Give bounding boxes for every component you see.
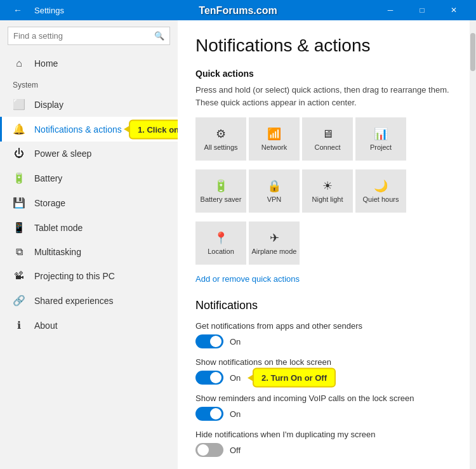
toggle-lockscreen[interactable] — [195, 371, 223, 385]
quick-tiles-row3: 📍 Location ✈ Airplane mode — [195, 221, 452, 265]
sidebar-item-label: Projecting to this PC — [34, 271, 115, 281]
sidebar-item-label: About — [34, 320, 58, 331]
quick-tile-label: Airplane mode — [252, 248, 297, 255]
toggle-label-voip: On — [230, 409, 241, 419]
home-icon: ⌂ — [13, 58, 25, 69]
power-icon: ⏻ — [13, 148, 25, 159]
sidebar-item-notifications[interactable]: 🔔 Notifications & actions 1. Click on — [0, 117, 178, 142]
toggle-row-lockscreen: On 2. Turn On or Off — [195, 371, 452, 385]
sidebar-item-label: Home — [34, 58, 58, 69]
page-title: Notifications & actions — [195, 36, 452, 56]
quick-tile-label: VPN — [267, 195, 282, 203]
back-icon: ← — [13, 5, 22, 15]
quick-tile-label: Night light — [312, 195, 343, 203]
toggle-label-duplicate: Off — [230, 446, 241, 455]
quick-tile-all-settings[interactable]: ⚙ All settings — [195, 117, 246, 161]
sidebar-item-home[interactable]: ⌂ Home — [0, 51, 178, 76]
toggle-thumb — [210, 336, 221, 347]
callout-1: 1. Click on — [129, 119, 178, 139]
quick-tiles-row1: ⚙ All settings 📶 Network 🖥 Connect 📊 Pro… — [195, 117, 452, 161]
sidebar-item-storage[interactable]: 💾 Storage — [0, 190, 178, 215]
network-icon: 📶 — [267, 127, 281, 141]
add-remove-link[interactable]: Add or remove quick actions — [195, 274, 300, 284]
sidebar-item-projecting[interactable]: 📽 Projecting to this PC — [0, 264, 178, 288]
sidebar-item-display[interactable]: ⬜ Display — [0, 92, 178, 117]
back-button[interactable]: ← — [8, 0, 28, 20]
quick-tile-label: Quiet hours — [363, 195, 399, 203]
toggle-duplicate[interactable] — [195, 443, 223, 457]
quick-tile-label: Network — [261, 143, 287, 151]
notif-label-voip: Show reminders and incoming VoIP calls o… — [195, 393, 452, 403]
sidebar-item-about[interactable]: ℹ About — [0, 313, 178, 338]
quick-tile-label: Connect — [315, 143, 341, 151]
notif-label-lockscreen: Show notifications on the lock screen — [195, 357, 452, 367]
system-label: System — [0, 76, 178, 92]
sidebar-item-label: Multitasking — [34, 247, 81, 257]
callout-2: 2. Turn On or Off — [253, 368, 336, 388]
quick-tile-vpn[interactable]: 🔒 VPN — [249, 169, 300, 213]
all-settings-icon: ⚙ — [216, 127, 226, 141]
search-box[interactable]: 🔍 — [8, 27, 170, 45]
connect-icon: 🖥 — [322, 128, 333, 141]
close-button[interactable]: ✕ — [439, 0, 468, 20]
search-icon: 🔍 — [154, 31, 164, 41]
sidebar-item-tablet[interactable]: 📱 Tablet mode — [0, 215, 178, 240]
sidebar-item-multitasking[interactable]: ⧉ Multitasking — [0, 240, 178, 264]
quick-tile-night-light[interactable]: ☀ Night light — [302, 169, 353, 213]
quick-tile-airplane-mode[interactable]: ✈ Airplane mode — [249, 221, 300, 265]
search-input[interactable] — [13, 31, 150, 41]
notif-setting-lockscreen: Show notifications on the lock screen On… — [195, 357, 452, 385]
quick-tile-battery-saver[interactable]: 🔋 Battery saver — [195, 169, 246, 213]
toggle-row-voip: On — [195, 407, 452, 421]
scrollbar-thumb[interactable] — [470, 33, 475, 71]
quick-actions-desc: Press and hold (or select) quick actions… — [195, 84, 452, 109]
sidebar-item-power[interactable]: ⏻ Power & sleep — [0, 142, 178, 166]
main-content: Notifications & actions Quick actions Pr… — [178, 20, 470, 469]
notifications-icon: 🔔 — [13, 123, 25, 135]
quick-tile-project[interactable]: 📊 Project — [355, 117, 406, 161]
minimize-button[interactable]: ─ — [376, 0, 405, 20]
display-icon: ⬜ — [13, 98, 25, 110]
quick-tile-label: Battery saver — [201, 195, 242, 203]
toggle-thumb — [210, 408, 221, 419]
notif-label-apps: Get notifications from apps and other se… — [195, 321, 452, 331]
shared-icon: 🔗 — [13, 294, 25, 307]
quiet-hours-icon: 🌙 — [374, 179, 388, 193]
quick-tile-location[interactable]: 📍 Location — [195, 221, 246, 265]
notif-label-duplicate: Hide notifications when I'm duplicating … — [195, 430, 452, 439]
sidebar-item-shared[interactable]: 🔗 Shared experiences — [0, 288, 178, 313]
quick-tile-network[interactable]: 📶 Network — [249, 117, 300, 161]
multitasking-icon: ⧉ — [13, 246, 25, 258]
sidebar-item-label: Power & sleep — [34, 149, 91, 159]
scrollbar-track[interactable] — [470, 20, 476, 469]
quick-tile-label: Location — [208, 248, 234, 255]
watermark: TenForums.com — [199, 5, 277, 17]
sidebar-item-label: Battery — [34, 173, 62, 183]
toggle-row-duplicate: Off — [195, 443, 452, 457]
toggle-voip[interactable] — [195, 407, 223, 421]
airplane-mode-icon: ✈ — [270, 231, 279, 245]
location-icon: 📍 — [214, 231, 228, 245]
quick-tile-connect[interactable]: 🖥 Connect — [302, 117, 353, 161]
projecting-icon: 📽 — [13, 270, 25, 282]
project-icon: 📊 — [374, 127, 388, 141]
night-light-icon: ☀ — [322, 179, 333, 193]
toggle-apps[interactable] — [195, 334, 223, 348]
maximize-button[interactable]: □ — [407, 0, 437, 20]
battery-saver-icon: 🔋 — [214, 179, 228, 193]
notif-setting-voip: Show reminders and incoming VoIP calls o… — [195, 393, 452, 421]
titlebar-controls: ─ □ ✕ — [376, 0, 468, 20]
quick-tile-label: Project — [370, 143, 392, 151]
quick-tile-quiet-hours[interactable]: 🌙 Quiet hours — [355, 169, 406, 213]
sidebar-item-label: Tablet mode — [34, 223, 83, 233]
about-icon: ℹ — [13, 319, 25, 331]
toggle-thumb — [197, 444, 209, 456]
vpn-icon: 🔒 — [267, 179, 281, 193]
sidebar: 🔍 ⌂ Home System ⬜ Display 🔔 Notification… — [0, 20, 178, 469]
storage-icon: 💾 — [13, 197, 25, 209]
sidebar-item-label: Shared experiences — [34, 296, 114, 306]
toggle-row-apps: On — [195, 334, 452, 348]
quick-tile-label: All settings — [204, 143, 237, 151]
toggle-label-lockscreen: On — [230, 373, 241, 383]
sidebar-item-battery[interactable]: 🔋 Battery — [0, 166, 178, 190]
